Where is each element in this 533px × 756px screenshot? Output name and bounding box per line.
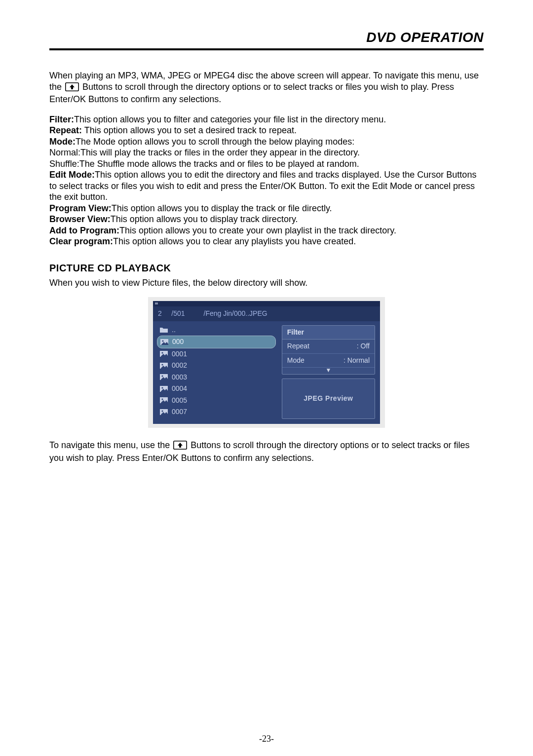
term-text: This option allows you to display the tr… (112, 203, 332, 213)
term-label: Program View: (49, 203, 112, 213)
svg-point-8 (161, 376, 163, 377)
directory-screenshot: 2 /501 /Feng Jin/000..JPEG ..00000010002… (148, 297, 385, 428)
body: When playing an MP3, WMA, JPEG or MPEG4 … (49, 70, 484, 463)
svg-point-4 (161, 352, 163, 354)
crumb-total: /501 (171, 309, 185, 317)
panel-val: : Normal (343, 356, 370, 365)
crumb-index: 2 (158, 309, 162, 317)
list-item-label: 000 (172, 338, 184, 346)
after-paragraph: To navigate this menu, use the Buttons t… (49, 440, 484, 463)
term-edit-mode: Edit Mode:This option allows you to edit… (49, 169, 484, 203)
list-item-label: 0002 (172, 361, 187, 370)
term-clear-program: Clear program:This option allows you to … (49, 236, 484, 247)
right-panels: Filter Repeat : Off Mode : Normal ▼ (280, 321, 380, 424)
image-file-icon (160, 397, 168, 403)
svg-point-10 (161, 387, 163, 388)
file-list: ..000000100020003000400050007 (153, 321, 280, 424)
list-item[interactable]: 0003 (157, 372, 276, 383)
list-item-label: 0007 (172, 408, 187, 416)
term-text: This option allows you to clear any play… (113, 236, 356, 246)
term-text: Normal:This will play the tracks or file… (49, 148, 360, 157)
list-item[interactable]: 0005 (157, 395, 276, 407)
svg-point-12 (161, 399, 163, 400)
list-item-label: 0003 (172, 373, 187, 382)
intro-text-b: Buttons to scroll through the directory … (49, 82, 454, 105)
panel-key: Mode (287, 356, 305, 365)
list-item[interactable]: 0001 (157, 348, 276, 360)
preview-label: JPEG Preview (304, 394, 353, 403)
screenshot-body: ..000000100020003000400050007 Filter Rep… (153, 321, 380, 424)
panel-title: Filter (282, 326, 375, 340)
breadcrumb: 2 /501 /Feng Jin/000..JPEG (153, 306, 380, 321)
term-label: Repeat: (49, 125, 82, 135)
screenshot-container: 2 /501 /Feng Jin/000..JPEG ..00000010002… (49, 297, 484, 428)
cursor-up-icon (173, 441, 187, 453)
list-item[interactable]: 000 (157, 336, 276, 348)
panel-row-mode: Mode : Normal (282, 354, 375, 368)
section-subtext: When you wish to view Picture files, the… (49, 277, 484, 289)
term-label: Add to Program: (49, 226, 119, 235)
svg-point-14 (161, 410, 163, 412)
list-item[interactable]: 0007 (157, 406, 276, 418)
jpeg-preview-panel: JPEG Preview (282, 378, 375, 419)
definitions-block: Filter:This option allows you to filter … (49, 114, 484, 247)
term-label: Mode: (49, 137, 76, 147)
term-text: This option allows you to filter and cat… (74, 114, 386, 124)
image-file-icon (160, 351, 168, 357)
term-normal: Normal:This will play the tracks or file… (49, 147, 484, 158)
term-label: Clear program: (49, 236, 113, 246)
document-page: DVD OPERATION When playing an MP3, WMA, … (0, 0, 533, 756)
term-text: This option allows you to create your ow… (119, 226, 396, 235)
term-text: This option allows you to set a desired … (82, 125, 297, 135)
term-browser-view: Browser View:This option allows you to d… (49, 214, 484, 225)
term-repeat: Repeat: This option allows you to set a … (49, 125, 484, 136)
svg-point-2 (162, 340, 163, 341)
crumb-path: /Feng Jin/000..JPEG (204, 309, 267, 318)
panel-val: : Off (357, 342, 370, 351)
term-label: Edit Mode: (49, 170, 95, 180)
list-item[interactable]: 0004 (157, 383, 276, 395)
term-text: The Mode option allows you to scroll thr… (76, 137, 354, 147)
after-text-a: To navigate this menu, use the (49, 440, 172, 450)
term-label: Filter: (49, 114, 74, 124)
image-file-icon (160, 339, 168, 345)
list-item[interactable]: 0002 (157, 360, 276, 372)
image-file-icon (160, 363, 168, 369)
image-file-icon (160, 386, 168, 392)
window-titlebar (153, 301, 380, 306)
section-heading: PICTURE CD PLAYBACK (49, 262, 484, 274)
term-add-to-program: Add to Program:This option allows you to… (49, 225, 484, 236)
options-panel: Filter Repeat : Off Mode : Normal ▼ (282, 325, 375, 375)
term-text: Shuffle:The Shuffle mode allows the trac… (49, 159, 359, 169)
list-item-label: 0004 (172, 384, 187, 393)
list-item-label: 0001 (172, 350, 187, 359)
cursor-up-icon (65, 82, 79, 94)
image-file-icon (160, 374, 168, 380)
image-file-icon (160, 409, 168, 415)
page-title: DVD OPERATION (49, 30, 484, 45)
chevron-down-icon: ▼ (282, 368, 375, 374)
list-item-label: 0005 (172, 396, 187, 405)
term-mode: Mode:The Mode option allows you to scrol… (49, 136, 484, 148)
term-text: This option allows you to display track … (111, 214, 298, 224)
page-number: -23- (0, 734, 533, 744)
folder-up-icon (160, 327, 168, 333)
term-program-view: Program View:This option allows you to d… (49, 203, 484, 214)
panel-row-repeat: Repeat : Off (282, 340, 375, 354)
header-rule: DVD OPERATION (49, 30, 484, 50)
panel-key: Repeat (287, 342, 309, 351)
term-shuffle: Shuffle:The Shuffle mode allows the trac… (49, 158, 484, 170)
list-item[interactable]: .. (157, 324, 276, 336)
intro-paragraph: When playing an MP3, WMA, JPEG or MPEG4 … (49, 70, 484, 105)
term-filter: Filter:This option allows you to filter … (49, 114, 484, 125)
list-item-label: .. (172, 326, 176, 335)
term-label: Browser View: (49, 214, 111, 224)
svg-point-6 (161, 364, 163, 365)
term-text: This option allows you to edit the direc… (49, 170, 476, 202)
